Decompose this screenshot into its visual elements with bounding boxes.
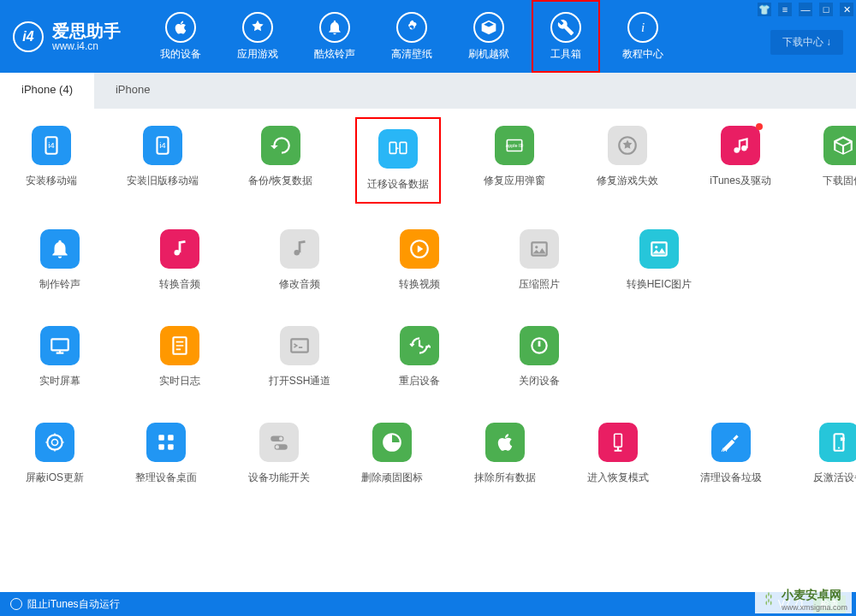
tool-item[interactable]: 转换音频 (146, 229, 214, 292)
watermark-name: 小麦安卓网 (782, 588, 841, 601)
tool-item[interactable]: Apple ID修复应用弹窗 (484, 126, 545, 195)
tool-label: 转换音频 (159, 277, 200, 292)
tool-item[interactable]: 制作铃声 (26, 229, 94, 292)
logo-icon: i4 (13, 21, 44, 52)
footer-left[interactable]: 阻止iTunes自动运行 (10, 597, 120, 612)
tool-item[interactable]: 关闭设备 (505, 326, 574, 388)
tool-item[interactable]: 整理设备桌面 (135, 423, 197, 485)
watermark-url: www.xmsigma.com (782, 603, 847, 612)
tool-icon (608, 126, 647, 165)
tool-icon (823, 126, 856, 165)
nav-label: 工具箱 (550, 47, 581, 62)
svg-point-18 (655, 246, 657, 248)
logo-title: 爱思助手 (52, 21, 121, 40)
tool-item[interactable]: 实时日志 (146, 326, 214, 388)
nav-toolbox[interactable]: 工具箱 (532, 0, 600, 73)
shirt-icon[interactable]: 👕 (758, 3, 771, 16)
svg-rect-21 (291, 339, 308, 352)
close-icon[interactable]: ✕ (840, 3, 853, 16)
nav-tutorials[interactable]: i 教程中心 (609, 0, 677, 73)
nav-app-games[interactable]: 应用游戏 (223, 0, 292, 73)
svg-point-31 (276, 445, 279, 448)
nav-ringtones[interactable]: 酷炫铃声 (300, 0, 369, 73)
tool-item[interactable]: 屏蔽iOS更新 (26, 423, 84, 485)
svg-rect-24 (158, 435, 164, 440)
tool-item[interactable]: 进入恢复模式 (587, 423, 649, 485)
svg-text:i4: i4 (48, 140, 55, 150)
svg-point-34 (838, 447, 840, 448)
tools-row-4: 屏蔽iOS更新整理设备桌面设备功能开关删除顽固图标抹除所有数据进入恢复模式清理设… (26, 423, 830, 485)
tool-icon (819, 423, 856, 462)
nav-my-device[interactable]: 我的设备 (146, 0, 215, 73)
nav-label: 刷机越狱 (468, 47, 509, 62)
apple-icon (165, 12, 196, 43)
svg-rect-32 (615, 434, 622, 447)
tool-label: 备份/恢复数据 (248, 174, 312, 188)
nav-jailbreak[interactable]: 刷机越狱 (455, 0, 523, 73)
tool-item[interactable]: 反激活设备 (813, 423, 856, 485)
tool-icon (160, 326, 199, 365)
tabs: iPhone (4) iPhone (0, 73, 856, 109)
nav-label: 教程中心 (622, 47, 663, 62)
tool-item[interactable]: 压缩照片 (505, 229, 574, 292)
tool-label: 修复应用弹窗 (484, 174, 545, 188)
tool-label: 清理设备垃圾 (700, 471, 762, 485)
svg-text:Apple ID: Apple ID (506, 143, 524, 148)
tab-iphone[interactable]: iPhone (94, 73, 171, 109)
tool-item[interactable]: 迁移设备数据 (364, 126, 432, 195)
tool-item[interactable]: i4安装旧版移动端 (128, 126, 197, 195)
tools-row-2: 制作铃声转换音频修改音频转换视频压缩照片转换HEIC图片 (26, 229, 830, 292)
tool-icon (485, 423, 525, 462)
svg-text:i: i (641, 21, 645, 34)
watermark: 小麦安卓网 www.xmsigma.com (755, 586, 852, 613)
tool-item[interactable]: 转换视频 (385, 229, 454, 292)
minimize-icon[interactable]: — (799, 3, 812, 16)
logo-text: 爱思助手 www.i4.cn (52, 21, 121, 52)
tool-label: 转换HEIC图片 (627, 277, 693, 292)
header: i4 爱思助手 www.i4.cn 我的设备 应用游戏 酷炫铃声 高清壁纸 刷机… (0, 0, 856, 73)
tool-icon (400, 326, 439, 365)
tool-label: 删除顽固图标 (361, 471, 423, 485)
circle-icon (10, 598, 22, 610)
tool-label: 安装移动端 (26, 174, 77, 188)
tool-item[interactable]: 修改音频 (265, 229, 334, 292)
tool-item[interactable]: 清理设备垃圾 (700, 423, 762, 485)
tool-item[interactable]: 备份/恢复数据 (248, 126, 312, 195)
tool-item[interactable]: 删除顽固图标 (361, 423, 423, 485)
tool-icon (721, 126, 760, 165)
svg-text:i4: i4 (159, 140, 166, 150)
tool-icon (280, 229, 319, 269)
tab-iphone-4[interactable]: iPhone (4) (0, 73, 94, 109)
nav-label: 我的设备 (160, 47, 201, 62)
tool-icon (372, 423, 412, 462)
box-icon (473, 12, 504, 43)
tool-label: 转换视频 (399, 277, 440, 292)
tool-icon: i4 (143, 126, 182, 165)
tool-label: 迁移设备数据 (367, 177, 429, 192)
svg-point-23 (47, 435, 62, 449)
tool-item[interactable]: 重启设备 (385, 326, 454, 388)
tool-item[interactable]: 抹除所有数据 (474, 423, 536, 485)
footer: 阻止iTunes自动运行 V7.71 检查 (0, 592, 856, 616)
tool-label: 安装旧版移动端 (127, 174, 199, 188)
tool-item[interactable]: i4安装移动端 (26, 126, 77, 195)
tool-icon (711, 423, 751, 462)
info-icon: i (627, 12, 658, 43)
tool-item[interactable]: 转换HEIC图片 (625, 229, 693, 292)
nav-label: 酷炫铃声 (314, 47, 355, 62)
tool-item[interactable]: iTunes及驱动 (710, 126, 771, 195)
nav-wallpapers[interactable]: 高清壁纸 (377, 0, 446, 73)
download-center-button[interactable]: 下载中心 ↓ (770, 30, 843, 55)
tool-item[interactable]: 修复游戏失效 (597, 126, 658, 195)
svg-rect-5 (390, 142, 397, 153)
maximize-icon[interactable]: □ (819, 3, 833, 16)
tool-icon (598, 423, 638, 462)
tool-item[interactable]: 实时屏幕 (26, 326, 94, 388)
tool-icon (520, 229, 559, 269)
bell-icon (319, 12, 350, 43)
tool-item[interactable]: 下载固件 (823, 126, 856, 195)
tool-label: 关闭设备 (519, 374, 560, 388)
menu-icon[interactable]: ≡ (778, 3, 792, 16)
tool-item[interactable]: 设备功能开关 (248, 423, 310, 485)
tool-item[interactable]: 打开SSH通道 (265, 326, 334, 388)
